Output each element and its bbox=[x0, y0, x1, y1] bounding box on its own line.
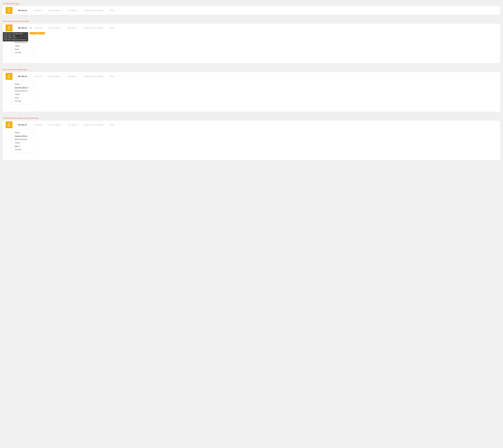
logo-1[interactable]: URBN bbox=[6, 7, 12, 14]
section-4: On Executive Officers page, but hovering… bbox=[3, 117, 500, 160]
dropdown-culture-2[interactable]: Culture bbox=[12, 44, 34, 48]
section-4-label: On Executive Officers page, but hovering… bbox=[3, 117, 500, 119]
nav-our-brands-2[interactable]: Our Brands bbox=[31, 24, 45, 32]
nav-our-brands-4[interactable]: Our Brands bbox=[31, 121, 45, 129]
nav-who-we-are-4[interactable]: Who We Are bbox=[15, 121, 31, 129]
logo-4[interactable]: URBN bbox=[6, 121, 12, 128]
debug-text-color: text-color: #151204 100% bbox=[4, 33, 27, 35]
nav-bar-1: URBN Who We Are Our Brands Investor Rela… bbox=[3, 6, 500, 15]
dropdown-dogs-4[interactable]: Dogs ↖ bbox=[12, 144, 34, 148]
section-2-label: Hover over who we are while on page bbox=[3, 20, 500, 22]
nav-global-community-3[interactable]: Global Community Initiatives bbox=[81, 72, 107, 80]
dropdown-dogs-3[interactable]: Dogs bbox=[12, 96, 34, 99]
nav-global-community-2[interactable]: Global Community Initiatives bbox=[81, 24, 107, 32]
section-3: Hover over Executive Officers page. URBN… bbox=[3, 69, 500, 112]
nav-global-community-4[interactable]: Global Community Initiatives bbox=[81, 121, 107, 129]
dropdown-culture-4[interactable]: Culture bbox=[12, 141, 34, 144]
nav-our-brands-1[interactable]: Our Brands bbox=[31, 6, 45, 15]
nav-investor-relations-3[interactable]: Investor Relations bbox=[45, 72, 64, 80]
nav-faqs-3[interactable]: FAQs bbox=[107, 72, 118, 80]
nav-work-with-us-3[interactable]: Work With Us bbox=[64, 72, 81, 80]
cursor-arrow-4: ↖ bbox=[19, 145, 21, 147]
nav-items-4: Who We Are Our Brands Investor Relations… bbox=[15, 121, 497, 129]
nav-items-1: Who We Are Our Brands Investor Relations… bbox=[15, 6, 497, 15]
section-1: On "Who We Are" page URBN Who We Are Our… bbox=[3, 3, 500, 15]
nav-global-community-1[interactable]: Global Community Initiatives bbox=[81, 6, 107, 15]
dropdown-executive-officers-4[interactable]: Executive Officers bbox=[12, 134, 34, 138]
debug-overlay-2: text-color: #151204 100% font-size: 13px… bbox=[3, 32, 28, 41]
logo-text-2: URBN bbox=[7, 26, 11, 30]
section-1-label: On "Who We Are" page bbox=[3, 3, 500, 4]
logo-text-3: URBN bbox=[7, 74, 11, 79]
debug-line: line: 33px (2.5) bbox=[4, 37, 27, 39]
dropdown-board-of-directors-4[interactable]: Board of Directors bbox=[12, 138, 34, 141]
cursor-arrow-2: ↖ bbox=[30, 27, 32, 29]
dropdown-the-yard-3[interactable]: The Yard bbox=[12, 99, 34, 103]
debug-font-size: font-size: 13px bbox=[4, 35, 27, 37]
nav-faqs-2[interactable]: FAQs bbox=[107, 24, 118, 32]
dropdown-executive-officers-3[interactable]: Executive Officers ↖ bbox=[12, 86, 34, 89]
navbar-3: URBN Who We Are Our Brands Investor Rela… bbox=[3, 72, 500, 112]
nav-items-3: Who We Are Our Brands Investor Relations… bbox=[15, 72, 497, 80]
dropdown-panel-3: History Executive Officers ↖ Board of Di… bbox=[12, 80, 34, 105]
dropdown-the-yard-4[interactable]: The Yard bbox=[12, 148, 34, 151]
nav-who-we-are-3[interactable]: Who We Are bbox=[15, 72, 31, 80]
nav-items-2: Who We Are ↖ Our Brands Investor Relatio… bbox=[15, 24, 497, 32]
navbar-4: URBN Who We Are Our Brands Investor Rela… bbox=[3, 121, 500, 160]
nav-work-with-us-2[interactable]: Work With Us bbox=[64, 24, 81, 32]
navbar-1: URBN Who We Are Our Brands Investor Rela… bbox=[3, 6, 500, 15]
nav-who-we-are-2[interactable]: Who We Are ↖ bbox=[15, 24, 31, 32]
nav-investor-relations-4[interactable]: Investor Relations bbox=[45, 121, 64, 129]
nav-investor-relations-1[interactable]: Investor Relations bbox=[45, 6, 64, 15]
dropdown-board-of-directors-3[interactable]: Board of Directors bbox=[12, 89, 34, 93]
nav-bar-4: URBN Who We Are Our Brands Investor Rela… bbox=[3, 121, 500, 129]
nav-bar-2: URBN Who We Are ↖ Our Brands Investor Re… bbox=[3, 24, 500, 32]
dropdown-history-4[interactable]: History bbox=[12, 131, 34, 134]
debug-font-face: font-face: BrandonText-Regular bbox=[4, 39, 27, 41]
section-2: Hover over who we are while on page URBN… bbox=[3, 20, 500, 63]
nav-faqs-1[interactable]: FAQs bbox=[107, 6, 118, 15]
logo-text-1: URBN bbox=[7, 8, 11, 13]
dropdown-the-yard-2[interactable]: The Yard bbox=[12, 51, 34, 54]
dropdown-dogs-2[interactable]: Dogs bbox=[12, 48, 34, 51]
nav-work-with-us-1[interactable]: Work With Us bbox=[64, 6, 81, 15]
nav-work-with-us-4[interactable]: Work With Us bbox=[64, 121, 81, 129]
logo-3[interactable]: URBN bbox=[6, 73, 12, 80]
nav-bar-3: URBN Who We Are Our Brands Investor Rela… bbox=[3, 72, 500, 80]
dropdown-culture-3[interactable]: Culture bbox=[12, 93, 34, 96]
logo-2[interactable]: URBN bbox=[6, 25, 12, 31]
dropdown-panel-4: History Executive Officers Board of Dire… bbox=[12, 129, 34, 153]
nav-faqs-4[interactable]: FAQs bbox=[107, 121, 118, 129]
dropdown-history-3[interactable]: History bbox=[12, 82, 34, 86]
section-3-label: Hover over Executive Officers page. bbox=[3, 69, 500, 70]
logo-text-4: URBN bbox=[7, 123, 11, 127]
cursor-arrow-3: ↖ bbox=[28, 87, 30, 88]
nav-our-brands-3[interactable]: Our Brands bbox=[31, 72, 45, 80]
nav-investor-relations-2[interactable]: Investor Relations bbox=[45, 24, 64, 32]
nav-who-we-are-1[interactable]: Who We Are bbox=[15, 6, 31, 15]
highlight-fill-2: fill: #FFFFFF 95% bbox=[30, 32, 45, 34]
navbar-2: URBN Who We Are ↖ Our Brands Investor Re… bbox=[3, 24, 500, 63]
